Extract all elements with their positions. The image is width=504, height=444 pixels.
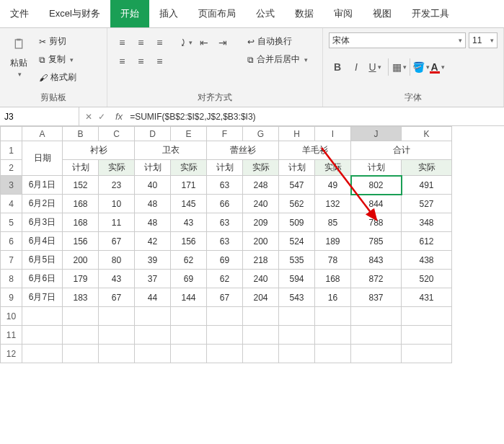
cell-value[interactable]: 43 (99, 270, 135, 288)
cell-date[interactable]: 6月1日 (22, 176, 63, 195)
format-painter-button[interactable]: 🖌 格式刷 (36, 70, 79, 85)
cell-value[interactable]: 171 (171, 176, 207, 195)
cell-total-actual[interactable]: 438 (402, 251, 452, 270)
cell-value[interactable]: 183 (63, 288, 99, 307)
row-header[interactable]: 12 (1, 345, 22, 363)
row-header[interactable]: 5 (1, 213, 22, 232)
align-middle-button[interactable]: ≡ (132, 34, 149, 51)
align-left-button[interactable]: ≡ (113, 53, 131, 70)
menu-tab-公式[interactable]: 公式 (246, 0, 285, 27)
subheader-actual[interactable]: 实际 (99, 160, 135, 176)
worksheet[interactable]: ABCDEFGHIJK1日期衬衫卫衣蕾丝衫羊毛衫合计2计划实际计划实际计划实际计… (0, 126, 504, 363)
menu-tab-视图[interactable]: 视图 (363, 0, 402, 27)
decrease-indent-button[interactable]: ⇤ (195, 34, 213, 51)
col-header[interactable]: E (171, 127, 207, 141)
row-header[interactable]: 11 (1, 326, 22, 345)
cell-value[interactable]: 63 (207, 232, 243, 251)
cell-value[interactable]: 63 (207, 213, 243, 232)
row-header[interactable]: 8 (1, 270, 22, 288)
fill-color-button[interactable]: 🪣▾ (410, 58, 427, 76)
cell-total-actual[interactable]: 431 (402, 288, 452, 307)
row-header[interactable]: 6 (1, 232, 22, 251)
header-shirt[interactable]: 衬衫 (63, 141, 135, 160)
cell-empty[interactable] (351, 326, 402, 345)
cell-empty[interactable] (99, 345, 135, 363)
header-date[interactable]: 日期 (22, 141, 63, 176)
border-button[interactable]: ▦▾ (388, 58, 405, 76)
cell-empty[interactable] (63, 345, 99, 363)
cell-value[interactable]: 48 (135, 195, 171, 213)
cell-date[interactable]: 6月2日 (22, 195, 63, 213)
subheader-actual[interactable]: 实际 (243, 160, 279, 176)
formula-input[interactable] (127, 107, 504, 125)
cell-value[interactable]: 240 (243, 195, 279, 213)
cell-empty[interactable] (243, 307, 279, 326)
cell-value[interactable]: 40 (135, 176, 171, 195)
cell-value[interactable]: 67 (99, 288, 135, 307)
header-total[interactable]: 合计 (351, 141, 452, 160)
cell-value[interactable]: 69 (171, 270, 207, 288)
orientation-button[interactable]: ⤸▾ (177, 34, 194, 51)
col-header[interactable]: D (135, 127, 171, 141)
cell-value[interactable]: 156 (171, 232, 207, 251)
cell-empty[interactable] (135, 326, 171, 345)
cell-empty[interactable] (315, 326, 351, 345)
col-header[interactable]: B (63, 127, 99, 141)
row-header[interactable]: 2 (1, 160, 22, 176)
cell-empty[interactable] (279, 326, 315, 345)
header-lace[interactable]: 蕾丝衫 (207, 141, 279, 160)
col-header[interactable]: G (243, 127, 279, 141)
cell-value[interactable]: 594 (279, 270, 315, 288)
cell-total-plan[interactable]: 843 (351, 251, 402, 270)
subheader-actual[interactable]: 实际 (402, 160, 452, 176)
row-header[interactable]: 9 (1, 288, 22, 307)
row-header[interactable]: 3 (1, 176, 22, 195)
subheader-plan[interactable]: 计划 (351, 160, 402, 176)
cell-empty[interactable] (315, 307, 351, 326)
cell-empty[interactable] (207, 326, 243, 345)
cell-empty[interactable] (63, 307, 99, 326)
cell-empty[interactable] (402, 345, 452, 363)
row-header[interactable]: 10 (1, 307, 22, 326)
menu-tab-插入[interactable]: 插入 (149, 0, 188, 27)
menu-tab-审阅[interactable]: 审阅 (324, 0, 363, 27)
cell-value[interactable]: 10 (99, 195, 135, 213)
align-right-button[interactable]: ≡ (151, 53, 168, 70)
cell-empty[interactable] (243, 345, 279, 363)
cell-date[interactable]: 6月4日 (22, 232, 63, 251)
cell-value[interactable]: 145 (171, 195, 207, 213)
cell-empty[interactable] (279, 345, 315, 363)
header-sweater[interactable]: 卫衣 (135, 141, 207, 160)
cell-empty[interactable] (171, 307, 207, 326)
cell-date[interactable]: 6月7日 (22, 288, 63, 307)
menu-tab-文件[interactable]: 文件 (0, 0, 39, 27)
cell-value[interactable]: 11 (99, 213, 135, 232)
cancel-formula-icon[interactable]: ✕ (85, 112, 92, 122)
cell-empty[interactable] (402, 307, 452, 326)
copy-button[interactable]: ⧉ 复制 ▾ (36, 52, 79, 67)
cell-value[interactable]: 62 (207, 270, 243, 288)
cell-empty[interactable] (171, 345, 207, 363)
cell-value[interactable]: 62 (171, 251, 207, 270)
align-center-button[interactable]: ≡ (132, 53, 149, 70)
merge-center-button[interactable]: ⧉ 合并后居中 ▾ (244, 52, 311, 67)
cell-value[interactable]: 39 (135, 251, 171, 270)
cell-empty[interactable] (207, 345, 243, 363)
cell-total-actual[interactable]: 491 (402, 176, 452, 195)
cell-empty[interactable] (171, 326, 207, 345)
col-header[interactable]: K (402, 127, 452, 141)
cell-date[interactable]: 6月3日 (22, 213, 63, 232)
cell-value[interactable]: 78 (315, 251, 351, 270)
cell-value[interactable]: 200 (243, 232, 279, 251)
cell-value[interactable]: 562 (279, 195, 315, 213)
cell-total-actual[interactable]: 612 (402, 232, 452, 251)
cell-empty[interactable] (402, 326, 452, 345)
cell-empty[interactable] (135, 307, 171, 326)
cell-value[interactable]: 16 (315, 288, 351, 307)
cell-total-actual[interactable]: 520 (402, 270, 452, 288)
subheader-plan[interactable]: 计划 (207, 160, 243, 176)
paste-button[interactable]: 粘贴 ▾ (6, 31, 32, 79)
cell-value[interactable]: 248 (243, 176, 279, 195)
cell-empty[interactable] (243, 326, 279, 345)
cell-value[interactable]: 42 (135, 232, 171, 251)
